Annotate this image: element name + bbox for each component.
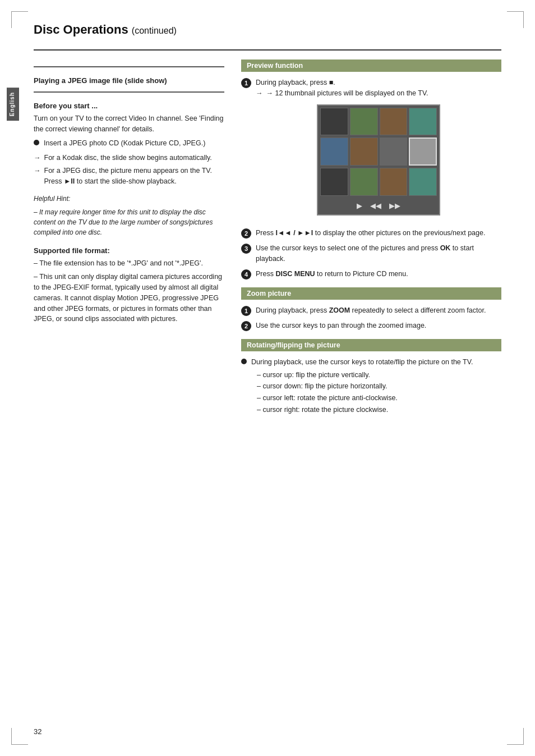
rotate-section-header: Rotating/flipping the picture xyxy=(241,339,501,351)
step1-arrow: → → 12 thumbnail pictures will be displa… xyxy=(256,88,501,99)
step4-text: Press DISC MENU to return to Picture CD … xyxy=(256,270,408,278)
thumb-3 xyxy=(380,108,408,136)
before-start-heading: Before you start ... xyxy=(34,102,224,110)
page-title: Disc Operations (continued) xyxy=(34,22,501,39)
thumb-controls: ▶ ◀◀ ▶▶ xyxy=(320,198,437,213)
english-tab: English xyxy=(7,88,19,121)
step1-arrow-text: → 12 thumbnail pictures will be displaye… xyxy=(266,88,428,99)
title-rule xyxy=(34,49,501,51)
play-icon: ▶ xyxy=(357,200,362,212)
thumb-9 xyxy=(320,168,348,196)
zoom-section-header: Zoom picture xyxy=(241,287,501,300)
thumb-11 xyxy=(380,168,408,196)
thumb-8 xyxy=(409,138,437,166)
preview-step3: 3 Use the cursor keys to select one of t… xyxy=(241,243,501,264)
step4-num: 4 xyxy=(241,269,251,280)
before-start-text: Turn on your TV to the correct Video In … xyxy=(34,113,224,135)
rotate-list-item-4: cursor right: rotate the picture clockwi… xyxy=(257,405,473,415)
preview-step1: 1 During playback, press ■. → → 12 thumb… xyxy=(241,77,501,223)
zoom-step1-text: During playback, press ZOOM repeatedly t… xyxy=(256,306,486,314)
zoom-step2: 2 Use the cursor keys to pan through the… xyxy=(241,320,501,331)
supported1-text: – The file extension has to be '*.JPG' a… xyxy=(34,258,224,269)
thumb-12 xyxy=(409,168,437,196)
right-column: Preview function 1 During playback, pres… xyxy=(241,59,501,422)
rotate-bullet-text: During playback, use the cursor keys to … xyxy=(251,357,473,418)
rotate-list-item-3: cursor left: rotate the picture anti-clo… xyxy=(257,393,473,404)
thumb-1 xyxy=(320,108,348,136)
arrow2-icon: → xyxy=(34,166,41,176)
corner-tr xyxy=(507,11,524,28)
step3-text: Use the cursor keys to select one of the… xyxy=(256,244,474,263)
thumb-2 xyxy=(350,108,378,136)
continued-text: (continued) xyxy=(132,26,177,35)
zoom-step1: 1 During playback, press ZOOM repeatedly… xyxy=(241,305,501,316)
supported-heading: Supported file format: xyxy=(34,246,224,255)
arrow2-item: → For a JPEG disc, the picture menu appe… xyxy=(34,166,224,187)
insert-bullet-item: Insert a JPEG photo CD (Kodak Picture CD… xyxy=(34,138,224,149)
thumb-row1 xyxy=(320,108,437,136)
arrow1-icon: → xyxy=(34,153,41,163)
thumb-5 xyxy=(320,138,348,166)
thumb-6 xyxy=(350,138,378,166)
zoom-step2-text: Use the cursor keys to pan through the z… xyxy=(256,322,426,329)
step3-num: 3 xyxy=(241,244,251,254)
arrow1-text: For a Kodak disc, the slide show begins … xyxy=(44,153,212,163)
step1-text: During playback, press ■. xyxy=(256,77,501,88)
zoom-step1-content: During playback, press ZOOM repeatedly t… xyxy=(256,305,501,316)
main-columns: English Playing a JPEG image file (slide… xyxy=(34,59,501,422)
preview-step2: 2 Press I◄◄ / ►►I to display the other p… xyxy=(241,228,501,239)
hint-label: Helpful Hint: xyxy=(34,194,224,204)
step2-content: Press I◄◄ / ►►I to display the other pic… xyxy=(256,228,501,239)
step2-num: 2 xyxy=(241,228,251,239)
thumb-row3 xyxy=(320,168,437,196)
section-bottom-rule xyxy=(34,91,224,93)
preview-section-header: Preview function xyxy=(241,59,501,72)
zoom-step2-content: Use the cursor keys to pan through the z… xyxy=(256,320,501,331)
rotate-dot xyxy=(241,359,247,364)
step1-num: 1 xyxy=(241,78,251,88)
prev-icon: ◀◀ xyxy=(370,200,381,212)
arrow2-text: For a JPEG disc, the picture menu appear… xyxy=(44,166,225,187)
rotate-bullet: During playback, use the cursor keys to … xyxy=(241,357,501,418)
thumb-row2 xyxy=(320,138,437,166)
next-icon: ▶▶ xyxy=(389,200,400,212)
bullet-dot xyxy=(34,140,39,145)
thumb-10 xyxy=(350,168,378,196)
step4-content: Press DISC MENU to return to Picture CD … xyxy=(256,269,501,280)
insert-bullet-text: Insert a JPEG photo CD (Kodak Picture CD… xyxy=(44,138,205,149)
rotate-list: cursor up: flip the picture vertically. … xyxy=(257,370,473,415)
left-section-title: Playing a JPEG image file (slide show) xyxy=(34,76,224,85)
thumbnail-grid: ▶ ◀◀ ▶▶ xyxy=(317,104,440,216)
corner-bl xyxy=(11,728,28,745)
thumb-7 xyxy=(380,138,408,166)
title-text: Disc Operations xyxy=(34,22,128,36)
page-number: 32 xyxy=(34,727,41,736)
left-column: English Playing a JPEG image file (slide… xyxy=(34,59,224,422)
corner-tl xyxy=(11,11,28,28)
step2-text: Press I◄◄ / ►►I to display the other pic… xyxy=(256,229,485,237)
preview-step4: 4 Press DISC MENU to return to Picture C… xyxy=(241,269,501,280)
hint-container: Helpful Hint: – It may require longer ti… xyxy=(34,194,224,237)
rotate-list-item-2: cursor down: flip the picture horizontal… xyxy=(257,381,473,392)
rotate-text: During playback, use the cursor keys to … xyxy=(251,358,473,366)
section-top-rule xyxy=(34,66,224,67)
corner-br xyxy=(507,728,524,745)
hint-text: – It may require longer time for this un… xyxy=(34,207,224,237)
page: Disc Operations (continued) English Play… xyxy=(0,0,535,756)
step1-content: During playback, press ■. → → 12 thumbna… xyxy=(256,77,501,223)
zoom-step1-num: 1 xyxy=(241,306,251,316)
arrow1-item: → For a Kodak disc, the slide show begin… xyxy=(34,153,224,163)
step1-arrow-icon: → xyxy=(256,88,263,99)
zoom-step2-num: 2 xyxy=(241,321,251,331)
supported2-text: – This unit can only display digital cam… xyxy=(34,272,224,324)
thumb-4 xyxy=(409,108,437,136)
rotate-list-item-1: cursor up: flip the picture vertically. xyxy=(257,370,473,381)
step3-content: Use the cursor keys to select one of the… xyxy=(256,243,501,264)
